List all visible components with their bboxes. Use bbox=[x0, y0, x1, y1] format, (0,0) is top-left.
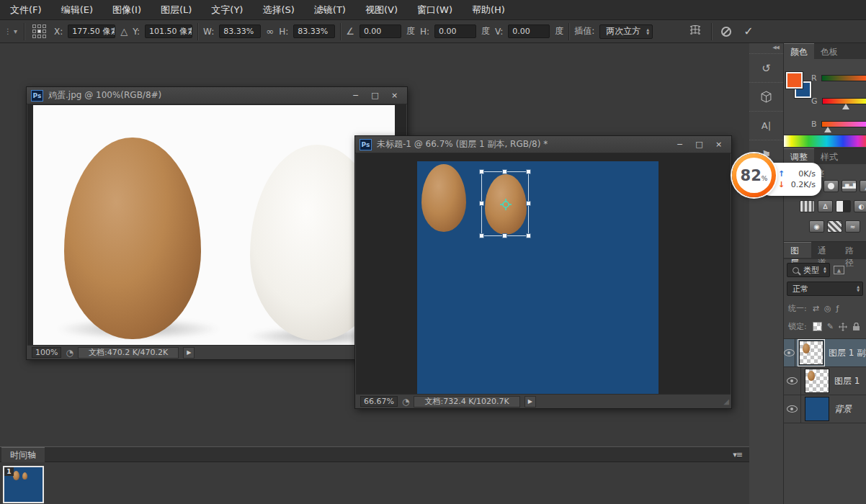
tab-timeline[interactable]: 时间轴 bbox=[1, 447, 45, 462]
color-balance-icon[interactable]: ∆ bbox=[818, 200, 833, 212]
menu-type[interactable]: 文字(Y) bbox=[211, 4, 243, 17]
menu-help[interactable]: 帮助(H) bbox=[472, 4, 505, 17]
tab-color[interactable]: 颜色 bbox=[784, 43, 814, 59]
layer-row-layer1[interactable]: 图层 1 bbox=[784, 367, 866, 395]
blue-slider-thumb[interactable] bbox=[824, 127, 831, 132]
layer-filter-type-select[interactable]: 类型 ▲▼ bbox=[787, 263, 830, 277]
unify-style-icon[interactable]: ƒ bbox=[836, 304, 839, 313]
link-dimensions-icon[interactable]: ∞ bbox=[266, 26, 274, 37]
lock-all-icon[interactable] bbox=[852, 323, 860, 331]
3d-panel-icon[interactable] bbox=[749, 82, 783, 111]
brightness-contrast-icon[interactable] bbox=[823, 180, 839, 192]
transform-reference-point[interactable] bbox=[500, 199, 512, 210]
window1-zoom-input[interactable]: 100% bbox=[32, 347, 61, 358]
tab-swatches[interactable]: 色板 bbox=[814, 43, 844, 59]
lock-transparency-icon[interactable] bbox=[813, 322, 822, 331]
rotation-input[interactable]: 0.00 bbox=[360, 24, 401, 38]
invert-icon[interactable]: ◉ bbox=[809, 220, 824, 233]
transform-handle-bottom-middle[interactable] bbox=[502, 233, 507, 238]
transform-handle-middle-left[interactable] bbox=[479, 201, 484, 206]
tab-styles[interactable]: 样式 bbox=[814, 148, 844, 164]
layer-name[interactable]: 背景 bbox=[834, 403, 852, 415]
color-spectrum-ramp[interactable] bbox=[784, 135, 866, 147]
character-panel-icon[interactable]: A| bbox=[749, 111, 783, 140]
unify-position-icon[interactable]: ⇄ bbox=[813, 304, 819, 313]
egg-jpg-canvas[interactable] bbox=[33, 105, 395, 345]
history-panel-icon[interactable]: ↺ bbox=[749, 53, 783, 82]
menu-window[interactable]: 窗口(W) bbox=[417, 4, 452, 17]
layer-name[interactable]: 图层 1 bbox=[834, 375, 860, 387]
lock-pixels-icon[interactable]: ✎ bbox=[827, 322, 834, 331]
maximize-button[interactable]: □ bbox=[689, 138, 709, 151]
h-skew-input[interactable]: 0.00 bbox=[434, 24, 476, 38]
transform-handle-bottom-left[interactable] bbox=[479, 233, 484, 238]
maximize-button[interactable]: □ bbox=[365, 89, 385, 102]
status-options-icon[interactable]: ▶ bbox=[183, 347, 195, 359]
transform-handle-top-middle[interactable] bbox=[502, 169, 507, 174]
collapse-panels-icon[interactable]: ◀◀ bbox=[749, 43, 783, 53]
filter-pixel-layers-icon[interactable]: ▲ bbox=[834, 266, 844, 274]
animation-frame-1[interactable]: 1 bbox=[3, 466, 44, 503]
black-white-icon[interactable] bbox=[836, 200, 851, 212]
transform-handle-middle-right[interactable] bbox=[526, 201, 531, 206]
layer-row-background[interactable]: 背景 bbox=[784, 395, 866, 423]
transform-handle-bottom-right[interactable] bbox=[526, 233, 531, 238]
tab-channels[interactable]: 通道 bbox=[811, 242, 839, 258]
layer-visibility-toggle[interactable] bbox=[784, 367, 801, 395]
menu-edit[interactable]: 编辑(E) bbox=[61, 4, 93, 17]
transform-handle-top-left[interactable] bbox=[479, 169, 484, 174]
layer1-copy-thumbnail[interactable] bbox=[799, 341, 823, 365]
cancel-transform-icon[interactable] bbox=[721, 27, 731, 37]
layer-row-layer1-copy[interactable]: 图层 1 副本 bbox=[784, 339, 866, 367]
height-scale-input[interactable]: 83.33% bbox=[293, 24, 335, 38]
menu-view[interactable]: 视图(V) bbox=[365, 4, 398, 17]
panel-menu-icon[interactable]: ▾≡ bbox=[733, 450, 742, 459]
photo-filter-icon[interactable]: ◐ bbox=[854, 200, 866, 212]
free-transform-bounding-box[interactable] bbox=[481, 171, 529, 236]
minimize-button[interactable]: ─ bbox=[346, 89, 365, 102]
tab-layers[interactable]: 图层 bbox=[784, 242, 811, 258]
blend-mode-select[interactable]: 正常 ▲▼ bbox=[787, 282, 863, 296]
v-skew-input[interactable]: 0.00 bbox=[508, 24, 550, 38]
lock-position-icon[interactable] bbox=[839, 323, 847, 331]
layer-name[interactable]: 图层 1 副本 bbox=[829, 347, 866, 359]
untitled-canvas[interactable] bbox=[417, 161, 659, 394]
unify-visibility-icon[interactable]: ◎ bbox=[824, 304, 831, 313]
close-button[interactable]: × bbox=[709, 138, 728, 151]
menu-filter[interactable]: 滤镜(T) bbox=[314, 4, 346, 17]
percent-ring-badge[interactable]: 82 % bbox=[732, 153, 776, 197]
foreground-color-swatch[interactable] bbox=[786, 72, 803, 89]
width-scale-input[interactable]: 83.33% bbox=[219, 24, 261, 38]
y-position-input[interactable]: 101.50 像素 bbox=[145, 24, 192, 38]
gradient-map-icon[interactable] bbox=[827, 220, 842, 233]
vibrance-icon[interactable] bbox=[800, 200, 815, 212]
relative-position-icon[interactable]: △ bbox=[120, 26, 128, 37]
selective-color-icon[interactable]: ≈ bbox=[845, 220, 860, 233]
close-button[interactable]: × bbox=[385, 89, 404, 102]
menu-file[interactable]: 文件(F) bbox=[10, 4, 42, 17]
menu-select[interactable]: 选择(S) bbox=[262, 4, 294, 17]
curves-icon[interactable]: ╱ bbox=[860, 180, 866, 192]
commit-transform-icon[interactable]: ✓ bbox=[744, 24, 753, 38]
menu-layer[interactable]: 图层(L) bbox=[161, 4, 192, 17]
interpolation-select[interactable]: 两次立方 ▲▼ bbox=[599, 24, 653, 39]
tab-adjustments[interactable]: 调整 bbox=[784, 148, 814, 164]
levels-icon[interactable]: ▂▆▃▇ bbox=[842, 180, 857, 192]
transform-handle-top-right[interactable] bbox=[526, 169, 531, 174]
window2-title-bar[interactable]: Ps 未标题-1 @ 66.7% (图层 1 副本, RGB/8) * ─ □ … bbox=[355, 136, 731, 153]
warp-mode-toggle-icon[interactable] bbox=[689, 25, 702, 38]
layer-visibility-toggle[interactable] bbox=[784, 339, 795, 366]
green-slider-thumb[interactable] bbox=[842, 104, 849, 109]
layer-visibility-toggle[interactable] bbox=[784, 395, 801, 423]
window1-title-bar[interactable]: Ps 鸡蛋.jpg @ 100%(RGB/8#) ─ □ × bbox=[27, 87, 407, 104]
reference-point-locator-icon[interactable] bbox=[32, 24, 46, 38]
background-thumbnail[interactable] bbox=[805, 397, 829, 421]
x-position-input[interactable]: 177.50 像素 bbox=[68, 24, 115, 38]
status-options-icon[interactable]: ▶ bbox=[524, 396, 536, 408]
red-slider[interactable] bbox=[821, 75, 866, 81]
menu-image[interactable]: 图像(I) bbox=[112, 4, 141, 17]
minimize-button[interactable]: ─ bbox=[670, 138, 689, 151]
tab-paths[interactable]: 路径 bbox=[839, 242, 866, 258]
tool-preset-picker[interactable]: ⋮ ▾ bbox=[3, 27, 19, 35]
layer1-thumbnail[interactable] bbox=[805, 369, 829, 393]
